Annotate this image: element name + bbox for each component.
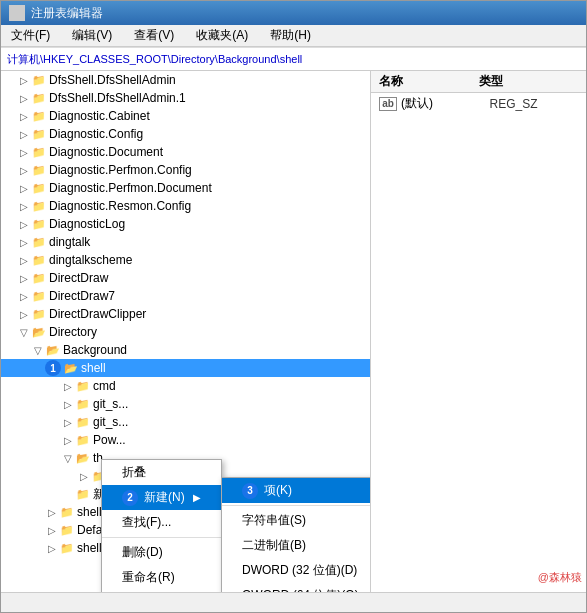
ctx2-key[interactable]: 3 项(K)	[222, 478, 371, 503]
toggle-dingtalkscheme[interactable]: ▷	[17, 253, 31, 267]
tree-item-directdrawclipper[interactable]: ▷ DirectDrawClipper	[1, 305, 370, 323]
tree-item-git-shell[interactable]: ▷ git_s...	[1, 395, 370, 413]
badge-key: 3	[242, 483, 258, 499]
menu-view[interactable]: 查看(V)	[128, 25, 180, 46]
folder-icon-dfsshell1	[31, 91, 47, 105]
value-panel-header: 名称 类型	[371, 71, 586, 93]
toggle-co[interactable]: ▷	[77, 469, 91, 483]
ctx-collapse[interactable]: 折叠	[102, 460, 221, 485]
toggle-th[interactable]: ▽	[61, 451, 75, 465]
menu-help[interactable]: 帮助(H)	[264, 25, 317, 46]
folder-icon-directdrawclipper	[31, 307, 47, 321]
toggle-directdraw[interactable]: ▷	[17, 271, 31, 285]
toggle-dfsshell1[interactable]: ▷	[17, 91, 31, 105]
toggle-background[interactable]: ▽	[31, 343, 45, 357]
toggle-diag-perf-conf[interactable]: ▷	[17, 163, 31, 177]
toggle-diag-perf-doc[interactable]: ▷	[17, 181, 31, 195]
item-label-git-shell: git_s...	[93, 397, 370, 411]
item-label-directdraw7: DirectDraw7	[49, 289, 370, 303]
toggle-dingtalk[interactable]: ▷	[17, 235, 31, 249]
toggle-shellex[interactable]: ▷	[45, 505, 59, 519]
value-type-default: REG_SZ	[490, 97, 579, 111]
item-label-diag-cab: Diagnostic.Cabinet	[49, 109, 370, 123]
folder-icon-cmd	[75, 379, 91, 393]
col-name: 名称	[379, 73, 479, 90]
context-menu-1: 折叠 2 新建(N) ▶ 查找(F)... 删除(D) 重命名(R	[101, 459, 222, 592]
tree-item-diag-resmon[interactable]: ▷ Diagnostic.Resmon.Config	[1, 197, 370, 215]
toggle-shell2[interactable]: ▷	[45, 541, 59, 555]
value-row-default[interactable]: ab (默认) REG_SZ	[371, 93, 586, 114]
tree-item-diag-perf-conf[interactable]: ▷ Diagnostic.Perfmon.Config	[1, 161, 370, 179]
tree-item-pow[interactable]: ▷ Pow...	[1, 431, 370, 449]
tree-item-diaglog[interactable]: ▷ DiagnosticLog	[1, 215, 370, 233]
tree-item-diag-doc[interactable]: ▷ Diagnostic.Document	[1, 143, 370, 161]
badge-new: 2	[122, 490, 138, 506]
menu-file[interactable]: 文件(F)	[5, 25, 56, 46]
toggle-git-shell[interactable]: ▷	[61, 397, 75, 411]
tree-item-cmd[interactable]: ▷ cmd	[1, 377, 370, 395]
col-type: 类型	[479, 73, 579, 90]
tree-item-background[interactable]: ▽ Background	[1, 341, 370, 359]
folder-icon-directdraw7	[31, 289, 47, 303]
main-area: ▷ DfsShell.DfsShellAdmin ▷ DfsShell.DfsS…	[1, 71, 586, 592]
ctx2-string[interactable]: 字符串值(S)	[222, 508, 371, 533]
item-label-diag-conf: Diagnostic.Config	[49, 127, 370, 141]
tree-item-diag-perf-doc[interactable]: ▷ Diagnostic.Perfmon.Document	[1, 179, 370, 197]
ctx2-dword[interactable]: DWORD (32 位值)(D)	[222, 558, 371, 583]
menu-edit[interactable]: 编辑(V)	[66, 25, 118, 46]
ctx-rename[interactable]: 重命名(R)	[102, 565, 221, 590]
toggle-diag-resmon[interactable]: ▷	[17, 199, 31, 213]
tree-item-diag-cab[interactable]: ▷ Diagnostic.Cabinet	[1, 107, 370, 125]
ctx2-qword[interactable]: QWORD (64 位值)(Q)	[222, 583, 371, 592]
ctx-find[interactable]: 查找(F)...	[102, 510, 221, 535]
tree-panel[interactable]: ▷ DfsShell.DfsShellAdmin ▷ DfsShell.DfsS…	[1, 71, 371, 592]
menu-favorites[interactable]: 收藏夹(A)	[190, 25, 254, 46]
tree-item-dingtalkscheme[interactable]: ▷ dingtalkscheme	[1, 251, 370, 269]
tree-item-directdraw[interactable]: ▷ DirectDraw	[1, 269, 370, 287]
tree-item-git-gui[interactable]: ▷ git_s...	[1, 413, 370, 431]
ctx-delete[interactable]: 删除(D)	[102, 540, 221, 565]
toggle-directory[interactable]: ▽	[17, 325, 31, 339]
badge-shell: 1	[45, 360, 61, 376]
status-bar	[1, 592, 586, 612]
tree-item-directdraw7[interactable]: ▷ DirectDraw7	[1, 287, 370, 305]
toggle-directdraw7[interactable]: ▷	[17, 289, 31, 303]
ctx2-binary[interactable]: 二进制值(B)	[222, 533, 371, 558]
tree-item-shell[interactable]: 1 shell	[1, 359, 370, 377]
tree-item-dfsshell1[interactable]: ▷ DfsShell.DfsShellAdmin.1	[1, 89, 370, 107]
folder-icon-git-shell	[75, 397, 91, 411]
item-label-git-gui: git_s...	[93, 415, 370, 429]
folder-icon-dingtalkscheme	[31, 253, 47, 267]
value-name-default: (默认)	[401, 95, 490, 112]
folder-icon-dfsshell	[31, 73, 47, 87]
tree-item-directory[interactable]: ▽ Directory	[1, 323, 370, 341]
tree-item-dingtalk[interactable]: ▷ dingtalk	[1, 233, 370, 251]
toggle-diaglog[interactable]: ▷	[17, 217, 31, 231]
folder-icon-diag-perf-conf	[31, 163, 47, 177]
toggle-cmd[interactable]: ▷	[61, 379, 75, 393]
item-label-diag-doc: Diagnostic.Document	[49, 145, 370, 159]
item-label-directdraw: DirectDraw	[49, 271, 370, 285]
tree-item-dfsshell[interactable]: ▷ DfsShell.DfsShellAdmin	[1, 71, 370, 89]
tree-item-diag-conf[interactable]: ▷ Diagnostic.Config	[1, 125, 370, 143]
toggle-defaultico[interactable]: ▷	[45, 523, 59, 537]
toggle-dfsshell[interactable]: ▷	[17, 73, 31, 87]
folder-icon-shellex	[59, 505, 75, 519]
item-label-cmd: cmd	[93, 379, 370, 393]
toggle-directdrawclipper[interactable]: ▷	[17, 307, 31, 321]
toggle-git-gui[interactable]: ▷	[61, 415, 75, 429]
toggle-diag-conf[interactable]: ▷	[17, 127, 31, 141]
toggle-diag-doc[interactable]: ▷	[17, 145, 31, 159]
toggle-diag-cab[interactable]: ▷	[17, 109, 31, 123]
toggle-pow[interactable]: ▷	[61, 433, 75, 447]
ctx-new[interactable]: 2 新建(N) ▶	[102, 485, 221, 510]
folder-icon-diag-cab	[31, 109, 47, 123]
folder-icon-diag-doc	[31, 145, 47, 159]
folder-icon-directdraw	[31, 271, 47, 285]
folder-icon-th	[75, 451, 91, 465]
folder-icon-shell2	[59, 541, 75, 555]
title-bar-text: 注册表编辑器	[31, 5, 103, 22]
value-panel: 名称 类型 ab (默认) REG_SZ	[371, 71, 586, 592]
separator-1	[102, 537, 221, 538]
value-icon-ab: ab	[379, 97, 397, 111]
